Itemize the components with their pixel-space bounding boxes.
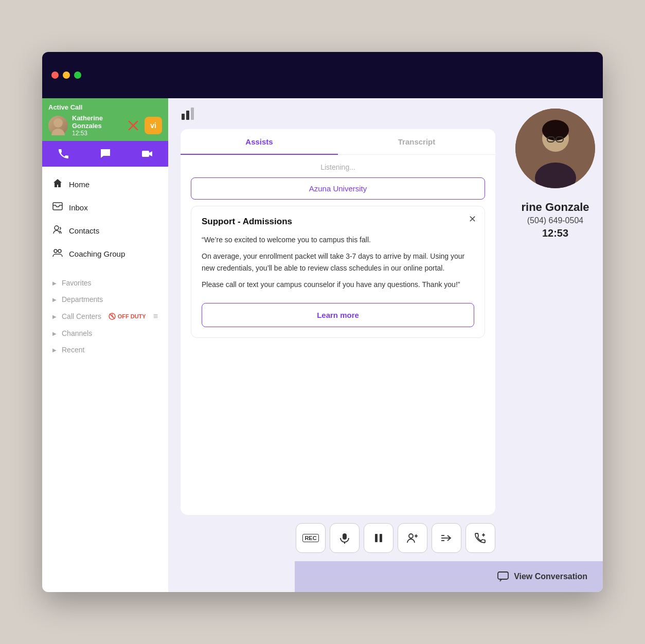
sidebar-item-favorites[interactable]: ▶ Favorites xyxy=(42,275,168,291)
minimize-button[interactable] xyxy=(63,71,70,79)
contact-phone: (504) 649-0504 xyxy=(527,216,583,225)
inbox-icon xyxy=(52,201,63,214)
nav-contacts-label: Contacts xyxy=(69,226,99,235)
favorites-label: Favorites xyxy=(62,279,92,287)
off-duty-text: OFF DUTY xyxy=(118,313,146,319)
svg-rect-15 xyxy=(380,534,382,542)
fullscreen-button[interactable] xyxy=(74,71,81,79)
nav-inbox-label: Inbox xyxy=(69,203,88,212)
phone-call-button[interactable] xyxy=(42,141,84,167)
svg-rect-4 xyxy=(53,203,62,210)
assists-panel: Assists Transcript Listening... Azuna Un… xyxy=(181,129,495,515)
svg-rect-12 xyxy=(343,533,347,540)
svg-point-27 xyxy=(542,120,569,140)
call-info: Katherine Gonzales 12:53 vi xyxy=(48,114,162,137)
call-centers-label: Call Centers xyxy=(62,312,101,320)
sidebar-item-recent[interactable]: ▶ Recent xyxy=(42,342,168,358)
svg-rect-14 xyxy=(375,534,378,542)
chevron-right-icon: ▶ xyxy=(52,331,57,336)
chat-button[interactable] xyxy=(84,141,127,167)
contact-name: rine Gonzale xyxy=(521,201,589,214)
collapsible-section: ▶ Favorites ▶ Departments ▶ Call Centers xyxy=(42,272,168,361)
center-panel: Assists Transcript Listening... Azuna Un… xyxy=(168,98,508,561)
nav-item-inbox[interactable]: Inbox xyxy=(42,196,168,219)
view-conversation-label: View Conversation xyxy=(514,572,587,581)
sidebar-item-channels[interactable]: ▶ Channels xyxy=(42,325,168,342)
chevron-right-icon: ▶ xyxy=(52,297,57,302)
titlebar xyxy=(42,52,603,98)
caller-info: Katherine Gonzales 12:53 xyxy=(72,114,122,137)
nav-item-contacts[interactable]: Contacts xyxy=(42,219,168,242)
call-controls-bar: REC xyxy=(168,515,508,561)
close-button[interactable] xyxy=(51,71,59,79)
support-text-2: On average, your enrollment packet will … xyxy=(202,251,474,274)
contact-photo xyxy=(515,109,595,188)
coaching-icon xyxy=(52,247,63,260)
call-duration: 12:53 xyxy=(72,130,122,137)
pause-button[interactable] xyxy=(364,523,393,553)
support-card-title: Support - Admissions xyxy=(202,217,474,227)
call-direction-icon xyxy=(126,120,140,131)
caller-avatar xyxy=(48,116,68,135)
learn-more-button[interactable]: Learn more xyxy=(202,303,474,327)
nav-section: Home Inbox xyxy=(42,167,168,272)
hamburger-icon[interactable]: ≡ xyxy=(153,312,158,321)
support-text-3: Please call or text your campus counselo… xyxy=(202,279,474,290)
chevron-right-icon: ▶ xyxy=(52,280,57,286)
signal-strength-icon xyxy=(181,106,197,123)
svg-point-1 xyxy=(53,118,63,128)
mute-button[interactable] xyxy=(330,523,360,553)
svg-rect-11 xyxy=(191,108,194,120)
active-call-label: Active Call xyxy=(48,103,162,111)
nav-item-coaching[interactable]: Coaching Group xyxy=(42,242,168,265)
tab-transcript[interactable]: Transcript xyxy=(338,129,495,154)
top-bar xyxy=(168,98,508,129)
call-right-controls: vi xyxy=(126,117,162,134)
call-action-buttons xyxy=(42,141,168,167)
close-support-card-button[interactable]: ✕ xyxy=(469,214,476,224)
sidebar-item-departments[interactable]: ▶ Departments xyxy=(42,291,168,308)
svg-rect-2 xyxy=(142,151,149,157)
caller-badge: vi xyxy=(145,117,162,134)
view-conversation-bar[interactable]: View Conversation xyxy=(295,561,603,592)
chevron-right-icon: ▶ xyxy=(52,314,57,319)
contact-call-time: 12:53 xyxy=(542,227,568,239)
call-options-button[interactable] xyxy=(465,523,495,553)
support-text-1: “We’re so excited to welcome you to camp… xyxy=(202,234,474,245)
svg-rect-31 xyxy=(498,572,508,579)
main-content: Assists Transcript Listening... Azuna Un… xyxy=(168,98,603,592)
recent-label: Recent xyxy=(62,346,84,354)
contact-details: rine Gonzale (504) 649-0504 12:53 xyxy=(521,188,589,561)
svg-point-0 xyxy=(51,129,65,135)
svg-point-7 xyxy=(58,249,61,253)
app-window: Active Call Katherine Gonzales 12:53 xyxy=(42,52,603,592)
nav-item-home[interactable]: Home xyxy=(42,173,168,196)
caller-name: Katherine Gonzales xyxy=(72,114,122,130)
svg-marker-3 xyxy=(149,151,152,156)
support-card: Support - Admissions ✕ “We’re so excited… xyxy=(191,206,485,338)
svg-rect-10 xyxy=(186,111,189,120)
contacts-icon xyxy=(52,224,63,237)
conversation-icon xyxy=(497,571,509,582)
content-area: Assists Transcript Listening... Azuna Un… xyxy=(168,98,603,561)
transfer-button[interactable] xyxy=(432,523,461,553)
add-participant-button[interactable] xyxy=(398,523,427,553)
nav-coaching-label: Coaching Group xyxy=(69,249,125,258)
rec-label: REC xyxy=(302,534,318,542)
assists-tabs: Assists Transcript xyxy=(181,129,495,155)
svg-point-5 xyxy=(55,226,59,230)
svg-point-16 xyxy=(409,534,413,538)
azuna-search-result[interactable]: Azuna University xyxy=(191,177,485,200)
right-contact-panel: rine Gonzale (504) 649-0504 12:53 xyxy=(508,98,603,561)
departments-label: Departments xyxy=(62,295,103,303)
sidebar: Active Call Katherine Gonzales 12:53 xyxy=(42,98,168,592)
record-button[interactable]: REC xyxy=(296,523,326,553)
chevron-right-icon: ▶ xyxy=(52,347,57,353)
traffic-lights xyxy=(51,71,81,79)
video-button[interactable] xyxy=(126,141,168,167)
off-duty-badge: OFF DUTY xyxy=(109,313,146,320)
active-call-banner: Active Call Katherine Gonzales 12:53 xyxy=(42,98,168,141)
listening-indicator: Listening... xyxy=(191,163,485,171)
sidebar-item-call-centers[interactable]: ▶ Call Centers OFF DUTY ≡ xyxy=(42,308,168,325)
tab-assists[interactable]: Assists xyxy=(181,129,338,154)
